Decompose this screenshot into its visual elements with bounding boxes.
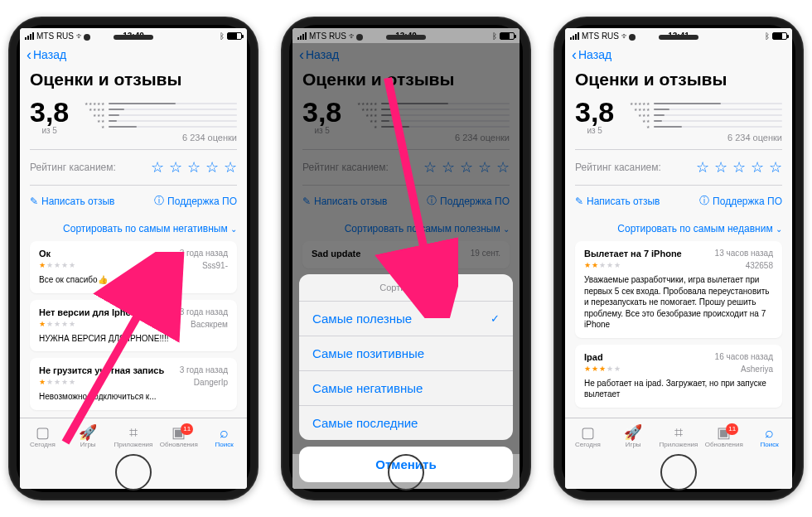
- rating-count: 6 234 оценки: [80, 133, 237, 143]
- compose-icon: ✎: [30, 196, 38, 207]
- signal-icon: [25, 32, 34, 40]
- games-icon: 🚀: [624, 425, 642, 440]
- screen-2: MTS RUS ᯤ 13:40 ᛒ ‹Назад Оценки и отзывы…: [292, 28, 520, 489]
- review-card[interactable]: Вылетает на 7 iPhone13 часов назад ★★★★★…: [575, 241, 782, 338]
- review-card[interactable]: Ipad16 часов назад ★★★★★Asheriya Не рабо…: [575, 345, 782, 408]
- star-icon[interactable]: ☆: [187, 158, 201, 176]
- rating-value: 3,8: [30, 98, 69, 126]
- question-icon: ⓘ: [699, 194, 709, 208]
- question-icon: ⓘ: [154, 194, 164, 208]
- today-icon: ▢: [36, 425, 50, 440]
- chevron-left-icon: ‹: [27, 47, 31, 62]
- sheet-title: Сортировка:: [299, 274, 513, 302]
- write-review-button[interactable]: ✎Написать отзыв: [575, 194, 660, 208]
- screen-1: MTS RUS ᯤ 13:40 ᛒ ‹ Назад Оценки и отзыв…: [20, 28, 247, 489]
- chevron-down-icon: ⌄: [230, 225, 237, 234]
- games-icon: 🚀: [79, 425, 97, 440]
- chevron-down-icon: ⌄: [776, 225, 782, 234]
- sort-option-positive[interactable]: Самые позитивные: [299, 336, 513, 371]
- phone-mockup-2: MTS RUS ᯤ 13:40 ᛒ ‹Назад Оценки и отзывы…: [281, 17, 531, 500]
- sort-action-sheet: Сортировка: Самые полезные✓ Самые позити…: [299, 274, 513, 482]
- review-card[interactable]: Ок3 года назад ★★★★★Sss91- Все ок спасиб…: [30, 241, 237, 293]
- review-card[interactable]: Не грузится учетная запись3 года назад ★…: [30, 358, 237, 410]
- battery-icon: [772, 32, 787, 40]
- review-stars: ★★★★★: [39, 261, 76, 270]
- write-review-button[interactable]: ✎ Написать отзыв: [30, 194, 114, 208]
- back-button[interactable]: ‹ Назад: [27, 47, 66, 62]
- tap-rating-stars[interactable]: ☆ ☆ ☆ ☆ ☆: [151, 158, 237, 176]
- page-title: Оценки и отзывы: [575, 66, 782, 98]
- sort-option-helpful[interactable]: Самые полезные✓: [299, 302, 513, 336]
- search-icon: ⌕: [765, 425, 774, 440]
- sort-option-recent[interactable]: Самые последние: [299, 406, 513, 440]
- tab-apps[interactable]: ⌗Приложения: [111, 425, 157, 448]
- tab-today[interactable]: ▢Сегодня: [565, 425, 611, 448]
- back-label: Назад: [33, 48, 66, 61]
- star-icon[interactable]: ☆: [151, 158, 164, 176]
- today-icon: ▢: [581, 425, 595, 440]
- app-support-button[interactable]: ⓘ Поддержка ПО: [154, 194, 237, 208]
- tap-rating-stars[interactable]: ☆☆☆☆☆: [696, 158, 782, 176]
- tab-apps[interactable]: ⌗Приложения: [656, 425, 702, 448]
- chevron-left-icon: ‹: [572, 47, 577, 62]
- tab-games[interactable]: 🚀Игры: [611, 425, 656, 448]
- back-button[interactable]: ‹Назад: [572, 47, 611, 62]
- review-stars: ★★★★★: [39, 378, 76, 387]
- bluetooth-icon: ᛒ: [765, 31, 770, 41]
- battery-icon: [227, 32, 242, 40]
- star-icon[interactable]: ☆: [205, 158, 219, 176]
- search-icon: ⌕: [220, 425, 229, 440]
- tab-games[interactable]: 🚀Игры: [65, 425, 111, 448]
- phone-mockup-3: MTS RUSᯤ 13:41 ᛒ ‹Назад Оценки и отзывы …: [553, 17, 804, 500]
- screen-3: MTS RUSᯤ 13:41 ᛒ ‹Назад Оценки и отзывы …: [565, 28, 792, 489]
- star-icon[interactable]: ☆: [169, 158, 182, 176]
- review-stars: ★★★★★: [584, 365, 621, 374]
- tab-search[interactable]: ⌕Поиск: [201, 425, 247, 448]
- bluetooth-icon: ᛒ: [220, 31, 225, 41]
- tab-updates[interactable]: ▣Обновления11: [701, 425, 747, 448]
- tab-today[interactable]: ▢Сегодня: [20, 425, 65, 448]
- rating-distribution-chart: ★★★★★ ★★★★ ★★★ ★★ ★ 6 234 оценки: [626, 98, 782, 143]
- compose-icon: ✎: [575, 196, 583, 207]
- apps-icon: ⌗: [674, 425, 683, 440]
- tap-rating-label: Рейтинг касанием:: [30, 162, 116, 173]
- apps-icon: ⌗: [129, 425, 138, 440]
- nav-bar: ‹Назад: [565, 43, 792, 66]
- rating-distribution-chart: ★★★★★ ★★★★ ★★★ ★★ ★ 6 234 оценки: [80, 98, 237, 143]
- tab-updates[interactable]: ▣Обновления11: [156, 425, 201, 448]
- updates-badge: 11: [181, 423, 193, 435]
- review-card[interactable]: Нет версии для Iphone! НУЖ...3 года наза…: [30, 300, 237, 352]
- sort-button[interactable]: Сортировать по самым недавним ⌄: [575, 216, 782, 241]
- updates-badge: 11: [726, 423, 738, 435]
- tab-bar: ▢Сегодня 🚀Игры ⌗Приложения ▣Обновления11…: [565, 418, 792, 454]
- check-icon: ✓: [491, 312, 500, 325]
- star-icon[interactable]: ☆: [224, 158, 237, 176]
- page-title: Оценки и отзывы: [30, 66, 237, 98]
- sort-option-negative[interactable]: Самые негативные: [299, 371, 513, 406]
- app-support-button[interactable]: ⓘПоддержка ПО: [699, 194, 782, 208]
- carrier-label: MTS RUS: [36, 31, 74, 41]
- tab-bar: ▢Сегодня 🚀Игры ⌗Приложения ▣Обновления11…: [20, 418, 247, 454]
- sort-button[interactable]: Сортировать по самым негативным ⌄: [30, 216, 237, 241]
- tab-search[interactable]: ⌕Поиск: [747, 425, 792, 448]
- nav-bar: ‹ Назад: [20, 43, 247, 66]
- phone-mockup-1: MTS RUS ᯤ 13:40 ᛒ ‹ Назад Оценки и отзыв…: [8, 17, 259, 500]
- review-stars: ★★★★★: [39, 320, 76, 329]
- review-stars: ★★★★★: [584, 261, 621, 270]
- signal-icon: [570, 32, 579, 40]
